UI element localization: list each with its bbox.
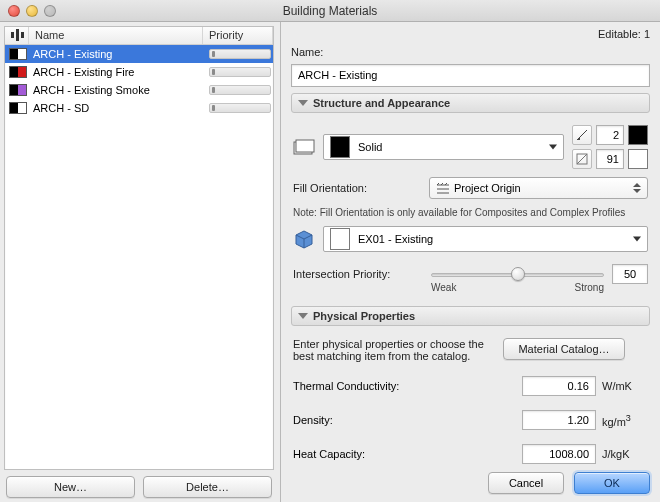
fg-pen-swatch[interactable]: [628, 125, 648, 145]
cancel-button[interactable]: Cancel: [488, 472, 564, 494]
surface-row: EX01 - Existing: [293, 226, 648, 252]
disclosure-down-icon: [298, 100, 308, 106]
swatch-icon: [9, 48, 27, 60]
fg-pen-input[interactable]: 2: [596, 125, 624, 145]
thermal-label: Thermal Conductivity:: [293, 380, 516, 392]
intersection-label: Intersection Priority:: [293, 268, 423, 280]
section-structure-title: Structure and Appearance: [313, 97, 450, 109]
list-header: Name Priority: [5, 27, 273, 45]
select-stepper-icon: [631, 181, 643, 195]
list-item-name: ARCH - Existing Fire: [29, 66, 209, 78]
fill-orientation-note: Note: Fill Orientation is only available…: [293, 207, 648, 218]
list-item[interactable]: ARCH - Existing: [5, 45, 273, 63]
list-item[interactable]: ARCH - SD: [5, 99, 273, 117]
slider-thumb[interactable]: [511, 267, 525, 281]
surface-popup[interactable]: EX01 - Existing: [323, 226, 648, 252]
fill-name: Solid: [358, 141, 382, 153]
svg-rect-4: [296, 140, 314, 152]
list-item-name: ARCH - SD: [29, 102, 209, 114]
name-row: Name:: [291, 46, 650, 58]
chevron-down-icon: [549, 145, 557, 150]
slider-strong-label: Strong: [575, 282, 604, 293]
svg-rect-0: [11, 32, 14, 38]
section-physical-header[interactable]: Physical Properties: [291, 306, 650, 326]
slider-weak-label: Weak: [431, 282, 456, 293]
phys-top-row: Enter physical properties or choose the …: [293, 338, 648, 362]
pen-grid: 2 91: [572, 125, 648, 169]
phys-hint: Enter physical properties or choose the …: [293, 338, 493, 362]
list-item-name: ARCH - Existing Smoke: [29, 84, 209, 96]
fill-swatch: [330, 136, 350, 158]
intersection-slider[interactable]: Weak Strong: [431, 264, 604, 284]
delete-button[interactable]: Delete…: [143, 476, 272, 498]
list-item[interactable]: ARCH - Existing Smoke: [5, 81, 273, 99]
list-header-priority[interactable]: Priority: [203, 27, 273, 44]
chevron-down-icon: [633, 237, 641, 242]
fill-orientation-row: Fill Orientation: Project Origin: [293, 177, 648, 199]
left-panel: Name Priority ARCH - ExistingARCH - Exis…: [0, 22, 280, 502]
svg-rect-1: [16, 29, 19, 41]
list-header-name[interactable]: Name: [29, 27, 203, 44]
list-item-name: ARCH - Existing: [29, 48, 209, 60]
thermal-unit: W/mK: [602, 380, 648, 392]
editable-count: Editable: 1: [291, 28, 650, 40]
fg-pen-icon[interactable]: [572, 125, 592, 145]
ok-button[interactable]: OK: [574, 472, 650, 494]
list-buttons: New… Delete…: [4, 476, 274, 498]
bg-pen-icon[interactable]: [572, 149, 592, 169]
density-label: Density:: [293, 414, 516, 426]
fill-orientation-value: Project Origin: [454, 182, 521, 194]
density-unit: kg/m3: [602, 413, 648, 428]
material-catalog-button[interactable]: Material Catalog…: [503, 338, 625, 360]
thermal-input[interactable]: 0.16: [522, 376, 596, 396]
priority-indicator: [209, 85, 271, 95]
swatch-icon: [9, 66, 27, 78]
section-physical-title: Physical Properties: [313, 310, 415, 322]
window-title: Building Materials: [0, 4, 660, 18]
surface-name: EX01 - Existing: [358, 233, 433, 245]
bg-pen-swatch[interactable]: [628, 149, 648, 169]
body: Name Priority ARCH - ExistingARCH - Exis…: [0, 22, 660, 502]
titlebar: Building Materials: [0, 0, 660, 22]
bg-pen-input[interactable]: 91: [596, 149, 624, 169]
priority-indicator: [209, 49, 271, 59]
physical-panel: Enter physical properties or choose the …: [291, 332, 650, 466]
fill-orientation-label: Fill Orientation:: [293, 182, 423, 194]
svg-rect-2: [21, 32, 24, 38]
heat-input[interactable]: 1008.00: [522, 444, 596, 464]
list-header-icon[interactable]: [5, 27, 29, 44]
fill-popup[interactable]: Solid: [323, 134, 564, 160]
intersection-row: Intersection Priority: Weak Strong 50: [293, 264, 648, 298]
name-input[interactable]: ARCH - Existing: [291, 64, 650, 87]
priority-indicator: [209, 67, 271, 77]
grid-icon: [436, 181, 450, 195]
swatch-icon: [9, 102, 27, 114]
fill-orientation-select[interactable]: Project Origin: [429, 177, 648, 199]
fill-row: Solid 2 91: [293, 125, 648, 169]
cut-fill-icon: [293, 136, 315, 158]
heat-unit: J/kgK: [602, 448, 648, 460]
new-button[interactable]: New…: [6, 476, 135, 498]
swatch-icon: [9, 84, 27, 96]
heat-row: Heat Capacity: 1008.00 J/kgK: [293, 444, 648, 464]
density-input[interactable]: 1.20: [522, 410, 596, 430]
density-row: Density: 1.20 kg/m3: [293, 410, 648, 430]
material-list: Name Priority ARCH - ExistingARCH - Exis…: [4, 26, 274, 470]
disclosure-down-icon: [298, 313, 308, 319]
thermal-row: Thermal Conductivity: 0.16 W/mK: [293, 376, 648, 396]
list-rows: ARCH - ExistingARCH - Existing FireARCH …: [5, 45, 273, 469]
structure-panel: Solid 2 91 Fill Orientation:: [291, 119, 650, 300]
name-label: Name:: [291, 46, 323, 58]
window: Building Materials Name Priority ARCH - …: [0, 0, 660, 502]
footer: Cancel OK: [291, 472, 650, 494]
intersection-value[interactable]: 50: [612, 264, 648, 284]
priority-indicator: [209, 103, 271, 113]
surface-icon: [293, 228, 315, 250]
right-panel: Editable: 1 Name: ARCH - Existing Struct…: [280, 22, 660, 502]
section-structure-header[interactable]: Structure and Appearance: [291, 93, 650, 113]
heat-label: Heat Capacity:: [293, 448, 516, 460]
surface-swatch: [330, 228, 350, 250]
list-item[interactable]: ARCH - Existing Fire: [5, 63, 273, 81]
